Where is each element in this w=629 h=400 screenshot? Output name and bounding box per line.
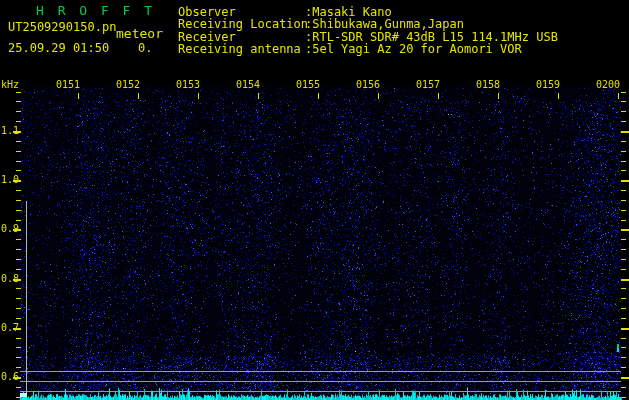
datetime-label: 25.09.29 01:50 <box>8 42 109 54</box>
hrofft-screen: H R O F F T UT2509290150.pn meteor 25.09… <box>0 0 629 400</box>
time-tick-label: 0152 <box>112 79 140 91</box>
output-filename: UT2509290150.pn <box>8 21 116 33</box>
time-tick-label: 0153 <box>172 79 200 91</box>
time-tick-label: 0200 <box>592 79 620 91</box>
freq-tick-label: 0.9 <box>1 223 19 234</box>
time-tick-label: 0155 <box>292 79 320 91</box>
antenna-label: Receiving antenna <box>178 43 301 55</box>
time-tick-label: 0156 <box>352 79 380 91</box>
freq-axis-unit: kHz <box>1 79 19 90</box>
time-tick-label: 0158 <box>472 79 500 91</box>
freq-tick-label: 1.1 <box>1 125 19 136</box>
mode-label: meteor <box>116 28 163 40</box>
freq-tick-label: 0.7 <box>1 322 19 333</box>
echo-count: 0. <box>138 42 152 54</box>
freq-tick-label: 1.0 <box>1 174 19 185</box>
antenna-value: :5el Yagi Az 20 for Aomori VOR <box>305 43 522 55</box>
app-title: H R O F F T <box>36 5 155 17</box>
time-tick-label: 0151 <box>52 79 80 91</box>
location-label: Receiving Location <box>178 18 308 30</box>
spectrogram-canvas <box>0 0 629 400</box>
time-tick-label: 0159 <box>532 79 560 91</box>
time-tick-label: 0154 <box>232 79 260 91</box>
freq-tick-label: 0.6 <box>1 371 19 382</box>
location-value: :Shibukawa,Gunma,Japan <box>305 18 464 30</box>
freq-tick-label: 0.8 <box>1 273 19 284</box>
time-tick-label: 0157 <box>412 79 440 91</box>
